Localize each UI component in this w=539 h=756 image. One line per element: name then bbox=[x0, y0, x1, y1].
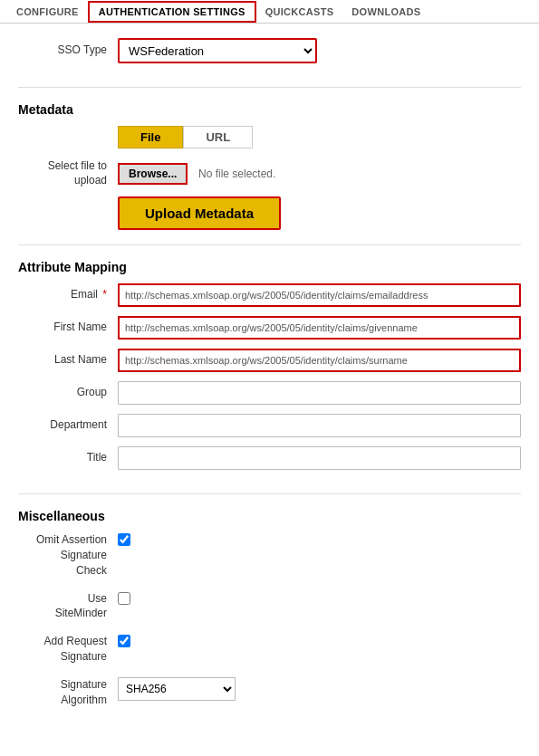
sso-type-label: SSO Type bbox=[18, 43, 118, 58]
sig-algorithm-row: SignatureAlgorithm SHA256 SHA1 SHA384 SH… bbox=[18, 677, 521, 708]
browse-row: Select file toupload Browse... No file s… bbox=[18, 159, 521, 187]
title-input[interactable] bbox=[118, 446, 521, 470]
nav-downloads[interactable]: DOWNLOADS bbox=[342, 3, 429, 21]
browse-button[interactable]: Browse... bbox=[118, 163, 188, 185]
first-name-wrap bbox=[118, 316, 521, 340]
add-request-sig-checkbox[interactable] bbox=[118, 635, 130, 647]
nav-configure[interactable]: CONFIGURE bbox=[7, 3, 88, 21]
first-name-row: First Name bbox=[18, 316, 521, 340]
attribute-mapping-section: Attribute Mapping Email * First Name Las… bbox=[18, 260, 521, 494]
sso-type-wrap: WSFederation SAML2 bbox=[118, 38, 521, 63]
sso-type-section: SSO Type WSFederation SAML2 bbox=[18, 38, 521, 88]
email-wrap bbox=[118, 283, 521, 307]
group-wrap bbox=[118, 381, 521, 405]
email-label: Email * bbox=[18, 288, 118, 302]
omit-assertion-label: Omit AssertionSignatureCheck bbox=[18, 532, 118, 578]
add-request-sig-label: Add RequestSignature bbox=[18, 634, 118, 665]
department-input[interactable] bbox=[118, 414, 521, 437]
sso-type-select[interactable]: WSFederation SAML2 bbox=[118, 38, 317, 63]
group-input[interactable] bbox=[118, 381, 521, 405]
omit-assertion-row: Omit AssertionSignatureCheck bbox=[18, 532, 521, 578]
browse-wrap: Browse... No file selected. bbox=[118, 163, 521, 185]
use-siteminder-row: UseSiteMinder bbox=[18, 591, 521, 622]
email-input[interactable] bbox=[118, 283, 521, 307]
url-toggle-btn[interactable]: URL bbox=[183, 126, 253, 148]
file-toggle-btn[interactable]: File bbox=[118, 126, 183, 148]
department-row: Department bbox=[18, 414, 521, 437]
add-request-sig-row: Add RequestSignature bbox=[18, 634, 521, 665]
file-url-toggle: File URL bbox=[118, 126, 521, 148]
nav-auth-settings[interactable]: AUTHENTICATION SETTINGS bbox=[88, 1, 256, 23]
email-row: Email * bbox=[18, 283, 521, 307]
last-name-input[interactable] bbox=[118, 349, 521, 372]
miscellaneous-title: Miscellaneous bbox=[18, 509, 521, 523]
sso-type-row: SSO Type WSFederation SAML2 bbox=[18, 38, 521, 63]
last-name-row: Last Name bbox=[18, 349, 521, 372]
select-file-label: Select file toupload bbox=[18, 159, 118, 187]
last-name-wrap bbox=[118, 349, 521, 372]
attribute-mapping-title: Attribute Mapping bbox=[18, 260, 521, 274]
upload-metadata-button[interactable]: Upload Metadata bbox=[118, 196, 281, 230]
omit-assertion-checkbox[interactable] bbox=[118, 533, 130, 546]
use-siteminder-checkbox[interactable] bbox=[118, 592, 130, 605]
group-label: Group bbox=[18, 386, 118, 400]
first-name-label: First Name bbox=[18, 321, 118, 335]
sig-algorithm-select[interactable]: SHA256 SHA1 SHA384 SHA512 bbox=[118, 677, 236, 701]
title-label: Title bbox=[18, 451, 118, 465]
department-wrap bbox=[118, 414, 521, 437]
last-name-label: Last Name bbox=[18, 353, 118, 368]
first-name-input[interactable] bbox=[118, 316, 521, 340]
main-content: SSO Type WSFederation SAML2 Metadata Fil… bbox=[0, 24, 539, 734]
metadata-section: Metadata File URL Select file toupload B… bbox=[18, 102, 521, 245]
sig-algorithm-label: SignatureAlgorithm bbox=[18, 677, 118, 708]
top-nav: CONFIGURE AUTHENTICATION SETTINGS QUICKC… bbox=[0, 0, 539, 24]
group-row: Group bbox=[18, 381, 521, 405]
metadata-title: Metadata bbox=[18, 102, 521, 117]
department-label: Department bbox=[18, 418, 118, 433]
email-required: * bbox=[102, 288, 107, 301]
nav-quickcasts[interactable]: QUICKCASTS bbox=[256, 3, 343, 21]
miscellaneous-section: Miscellaneous Omit AssertionSignatureChe… bbox=[18, 509, 521, 707]
title-wrap bbox=[118, 446, 521, 470]
no-file-text: No file selected. bbox=[198, 167, 275, 180]
upload-btn-wrap: Upload Metadata bbox=[118, 196, 521, 230]
title-row: Title bbox=[18, 446, 521, 470]
use-siteminder-label: UseSiteMinder bbox=[18, 591, 118, 622]
